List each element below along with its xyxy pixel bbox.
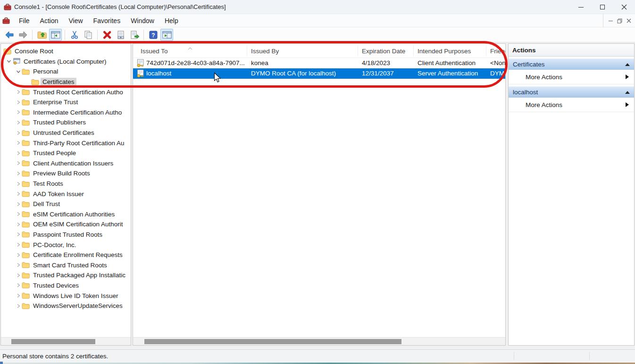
chevron-collapsed-icon[interactable] <box>15 292 22 299</box>
mdi-close-button[interactable] <box>624 16 633 25</box>
menu-file[interactable]: File <box>14 14 35 27</box>
chevron-collapsed-icon[interactable] <box>15 181 22 187</box>
column-header-issued-by[interactable]: Issued By <box>251 48 279 55</box>
column-header-friend[interactable]: Friend <box>490 48 506 55</box>
menu-items: FileActionViewFavoritesWindowHelp <box>14 14 184 27</box>
chevron-collapsed-icon[interactable] <box>15 130 22 136</box>
tree-item-untrusted-certificates[interactable]: Untrusted Certificates <box>1 128 131 138</box>
menu-favorites[interactable]: Favorites <box>88 14 126 27</box>
more-actions-item[interactable]: More Actions <box>509 98 634 112</box>
column-separator[interactable] <box>413 46 414 56</box>
up-one-level-button[interactable] <box>35 29 48 41</box>
tree-item-certificates[interactable]: Certificates <box>1 77 131 87</box>
chevron-collapsed-icon[interactable] <box>15 140 22 146</box>
tree-item-trusted-publishers[interactable]: Trusted Publishers <box>1 117 131 128</box>
tree-item-label: Trusted Root Certification Autho <box>31 88 125 96</box>
copy-button[interactable] <box>82 29 94 41</box>
cell-issued-by: konea <box>251 59 268 66</box>
tree-item-third-party-root-certification-au[interactable]: Third-Party Root Certification Au <box>1 138 131 148</box>
more-actions-item[interactable]: More Actions <box>509 70 634 84</box>
tree-item-passpoint-trusted-roots[interactable]: Passpoint Trusted Roots <box>1 230 131 240</box>
chevron-collapsed-icon[interactable] <box>15 89 22 95</box>
chevron-collapsed-icon[interactable] <box>15 252 22 258</box>
menu-action[interactable]: Action <box>35 14 64 27</box>
column-separator[interactable] <box>247 46 247 56</box>
close-button[interactable] <box>613 0 635 14</box>
chevron-collapsed-icon[interactable] <box>15 160 22 166</box>
chevron-collapsed-icon[interactable] <box>15 221 22 228</box>
chevron-collapsed-icon[interactable] <box>15 272 22 279</box>
chevron-collapsed-icon[interactable] <box>15 119 22 126</box>
sort-ascending-icon <box>188 44 192 51</box>
chevron-collapsed-icon[interactable] <box>15 211 22 217</box>
column-header-intended-purposes[interactable]: Intended Purposes <box>418 48 471 55</box>
tree-item-enterprise-trust[interactable]: Enterprise Trust <box>1 97 131 108</box>
chevron-collapsed-icon[interactable] <box>15 190 22 197</box>
list-horizontal-scrollbar[interactable] <box>133 337 505 345</box>
mdi-minimize-button[interactable] <box>606 16 615 25</box>
tree-item-certificates-local-computer[interactable]: Certificates (Local Computer) <box>1 57 131 67</box>
tree-item-personal[interactable]: Personal <box>1 66 131 77</box>
back-button[interactable] <box>3 29 16 41</box>
tree-item-aad-token-issuer[interactable]: AAD Token Issuer <box>1 189 131 199</box>
chevron-expanded-icon[interactable] <box>5 58 12 65</box>
column-header-issued-to[interactable]: Issued To <box>141 48 168 55</box>
menu-help[interactable]: Help <box>159 14 184 27</box>
tree-item-trusted-devices[interactable]: Trusted Devices <box>1 281 131 291</box>
tree-item-preview-build-roots[interactable]: Preview Build Roots <box>1 168 131 179</box>
actions-section-localhost[interactable]: localhost <box>509 86 634 98</box>
chevron-collapsed-icon[interactable] <box>15 241 22 248</box>
tree-item-test-roots[interactable]: Test Roots <box>1 179 131 189</box>
tree-item-label: Certificates <box>41 78 76 86</box>
tree-item-trusted-packaged-app-installatic[interactable]: Trusted Packaged App Installatic <box>1 270 131 281</box>
chevron-collapsed-icon[interactable] <box>15 282 22 289</box>
tree-item-dell-trust[interactable]: Dell Trust <box>1 199 131 209</box>
tree-item-trusted-people[interactable]: Trusted People <box>1 148 131 158</box>
chevron-collapsed-icon[interactable] <box>15 150 22 157</box>
forward-button[interactable] <box>17 29 29 41</box>
delete-button[interactable] <box>100 29 113 41</box>
tree-item-label: Personal <box>31 67 60 75</box>
chevron-collapsed-icon[interactable] <box>15 170 22 177</box>
tree-item-esim-certification-authorities[interactable]: eSIM Certification Authorities <box>1 209 131 220</box>
column-header-expiration-date[interactable]: Expiration Date <box>362 48 405 55</box>
show-console-tree-button[interactable] <box>49 29 62 41</box>
mdi-restore-button[interactable] <box>615 16 624 25</box>
collapse-section-icon[interactable] <box>625 91 630 94</box>
maximize-button[interactable] <box>592 0 613 14</box>
collapse-section-icon[interactable] <box>625 63 630 66</box>
tree-item-oem-esim-certification-authorit[interactable]: OEM eSIM Certification Authorit <box>1 219 131 230</box>
actions-section-certificates[interactable]: Certificates <box>509 58 634 70</box>
tree-item-certificate-enrollment-requests[interactable]: Certificate Enrollment Requests <box>1 250 131 260</box>
certificate-row-742d071d-2e28-4c03-a84a-7907[interactable]: 742d071d-2e28-4c03-a84a-7907...konea4/18… <box>133 58 505 68</box>
chevron-collapsed-icon[interactable] <box>15 99 22 106</box>
properties-button[interactable] <box>114 29 127 41</box>
chevron-collapsed-icon[interactable] <box>15 262 22 268</box>
cut-button[interactable] <box>68 29 81 41</box>
certificate-row-localhost[interactable]: localhostDYMO Root CA (for localhost)12/… <box>133 68 505 79</box>
tree-item-console-root[interactable]: Console Root <box>1 46 131 57</box>
chevron-collapsed-icon[interactable] <box>15 201 22 207</box>
tree-item-intermediate-certification-autho[interactable]: Intermediate Certification Autho <box>1 108 131 118</box>
tree-item-client-authentication-issuers[interactable]: Client Authentication Issuers <box>1 158 131 169</box>
show-action-pane-button[interactable] <box>160 29 173 41</box>
tree-scroll-thumb[interactable] <box>11 339 95 344</box>
tree-item-trusted-root-certification-autho[interactable]: Trusted Root Certification Autho <box>1 87 131 97</box>
column-separator[interactable] <box>358 46 358 56</box>
tree-item-pc-doctor-inc[interactable]: PC-Doctor, Inc. <box>1 240 131 250</box>
tree-horizontal-scrollbar[interactable] <box>1 337 131 345</box>
column-separator[interactable] <box>486 46 486 56</box>
chevron-collapsed-icon[interactable] <box>15 109 22 116</box>
tree-item-smart-card-trusted-roots[interactable]: Smart Card Trusted Roots <box>1 260 131 270</box>
chevron-collapsed-icon[interactable] <box>15 303 22 309</box>
tree-item-windows-live-id-token-issuer[interactable]: Windows Live ID Token Issuer <box>1 290 131 301</box>
menu-window[interactable]: Window <box>125 14 159 27</box>
help-button[interactable]: ? <box>147 29 159 41</box>
minimize-button[interactable] <box>570 0 592 14</box>
tree-item-windowsserverupdateservices[interactable]: WindowsServerUpdateServices <box>1 301 131 311</box>
chevron-expanded-icon[interactable] <box>15 68 22 75</box>
export-list-button[interactable] <box>128 29 141 41</box>
menu-view[interactable]: View <box>63 14 88 27</box>
chevron-collapsed-icon[interactable] <box>15 231 22 238</box>
list-scroll-thumb[interactable] <box>144 339 401 344</box>
